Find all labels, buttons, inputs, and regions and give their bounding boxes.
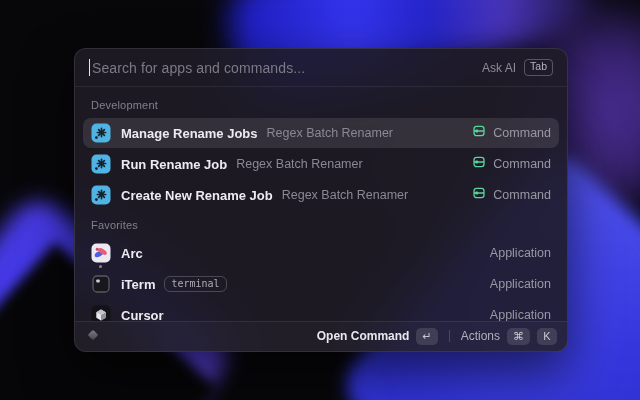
action-bar: Open Command ↵ Actions ⌘ K bbox=[75, 321, 567, 351]
actions-menu-label[interactable]: Actions bbox=[461, 329, 500, 343]
list-item-run-rename-job[interactable]: Run Rename Job Regex Batch Renamer Comma… bbox=[83, 149, 559, 179]
return-key-badge: ↵ bbox=[416, 328, 437, 345]
search-input[interactable]: Search for apps and commands... bbox=[92, 60, 482, 76]
item-type-label: Command bbox=[493, 188, 551, 202]
text-caret bbox=[89, 59, 90, 76]
primary-action-label[interactable]: Open Command bbox=[317, 329, 410, 343]
section-header-favorites: Favorites bbox=[83, 211, 559, 238]
item-type-label: Command bbox=[493, 126, 551, 140]
footer-divider bbox=[449, 330, 450, 342]
command-type-icon bbox=[472, 155, 486, 173]
tab-key-badge: Tab bbox=[524, 59, 553, 76]
item-title: iTerm bbox=[121, 277, 155, 292]
item-title: Manage Rename Jobs bbox=[121, 126, 258, 141]
cursor-app-icon bbox=[91, 305, 111, 321]
arc-app-icon bbox=[91, 243, 111, 263]
running-indicator bbox=[99, 265, 102, 268]
list-item-cursor[interactable]: Cursor Application bbox=[83, 300, 559, 321]
search-bar[interactable]: Search for apps and commands... Ask AI T… bbox=[75, 49, 567, 87]
results-list: Development Manage Rename Jobs Regex B bbox=[75, 87, 567, 321]
item-tag: terminal bbox=[164, 276, 226, 292]
regex-batch-renamer-icon bbox=[91, 123, 111, 143]
item-type-label: Application bbox=[490, 308, 551, 321]
list-item-iterm[interactable]: iTerm terminal Application bbox=[83, 269, 559, 299]
k-key-badge: K bbox=[537, 328, 557, 345]
regex-batch-renamer-icon bbox=[91, 154, 111, 174]
raycast-logo-icon bbox=[85, 327, 101, 347]
item-subtitle: Regex Batch Renamer bbox=[267, 126, 393, 140]
item-type-label: Application bbox=[490, 277, 551, 291]
item-title: Run Rename Job bbox=[121, 157, 227, 172]
item-type-label: Command bbox=[493, 157, 551, 171]
list-item-create-new-rename-job[interactable]: Create New Rename Job Regex Batch Rename… bbox=[83, 180, 559, 210]
item-title: Arc bbox=[121, 246, 143, 261]
item-title: Cursor bbox=[121, 308, 164, 322]
cmd-key-badge: ⌘ bbox=[507, 328, 530, 345]
item-type-label: Application bbox=[490, 246, 551, 260]
list-item-manage-rename-jobs[interactable]: Manage Rename Jobs Regex Batch Renamer C… bbox=[83, 118, 559, 148]
iterm-app-icon bbox=[91, 274, 111, 294]
section-header-development: Development bbox=[83, 91, 559, 118]
item-subtitle: Regex Batch Renamer bbox=[236, 157, 362, 171]
list-item-arc[interactable]: Arc Application bbox=[83, 238, 559, 268]
raycast-launcher-window: Search for apps and commands... Ask AI T… bbox=[74, 48, 568, 352]
command-type-icon bbox=[472, 124, 486, 142]
command-type-icon bbox=[472, 186, 486, 204]
regex-batch-renamer-icon bbox=[91, 185, 111, 205]
ask-ai-label[interactable]: Ask AI bbox=[482, 61, 516, 75]
item-subtitle: Regex Batch Renamer bbox=[282, 188, 408, 202]
item-title: Create New Rename Job bbox=[121, 188, 273, 203]
